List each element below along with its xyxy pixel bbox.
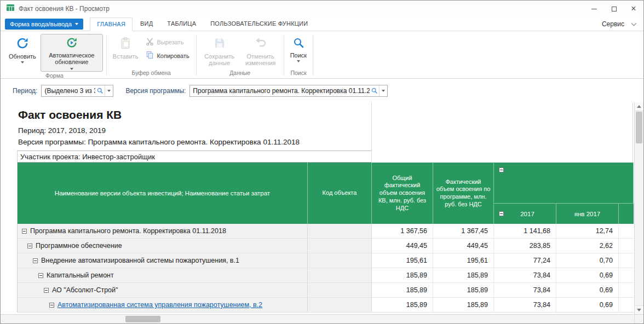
cut-label: Вырезать	[157, 39, 183, 45]
table-row[interactable]: Внедрение автоматизированной системы пож…	[18, 253, 634, 268]
table-row[interactable]: Программа капитального ремонта. Корректи…	[18, 224, 634, 239]
combo-dropdown-button[interactable]	[105, 85, 113, 96]
cell-program[interactable]: 195,61	[433, 253, 494, 268]
ribbon-collapse-chevron-icon[interactable]	[631, 20, 637, 26]
cell-year[interactable]: 73,84	[494, 268, 556, 282]
cell-total[interactable]: 185,89	[372, 298, 433, 312]
cell-program[interactable]: 185,89	[433, 298, 494, 312]
ribbon-group-clipboard: Вставить Вырезать	[108, 33, 195, 78]
row-name[interactable]: Программа капитального ремонта. Корректи…	[30, 227, 226, 235]
tab-user-functions[interactable]: ПОЛЬЗОВАТЕЛЬСКИЕ ФУНКЦИИ	[204, 18, 314, 30]
maximize-button[interactable]	[604, 1, 624, 17]
cell-year[interactable]: 73,84	[494, 298, 556, 312]
row-name[interactable]: Капитальный ремонт	[47, 271, 114, 279]
cell-year[interactable]: 77,24	[494, 253, 556, 268]
cell-month[interactable]: 0,69	[556, 283, 619, 297]
refresh-icon	[16, 37, 29, 51]
table-row[interactable]: АО "Абсолют-Строй" 185,89 185,89 73,84 0…	[18, 283, 634, 298]
cell-month[interactable]: 0,69	[556, 298, 619, 312]
filter-bar: Период: (Выделено 3 из 3) Версия програм…	[1, 79, 643, 102]
page-title: Факт освоения КВ	[18, 108, 643, 121]
column-header-year[interactable]: 2017	[494, 204, 556, 224]
cell-program[interactable]: 449,45	[433, 239, 494, 253]
cell-month[interactable]: 12,74	[556, 224, 619, 238]
scroll-up-button[interactable]	[635, 102, 643, 111]
row-code-cell[interactable]	[308, 253, 372, 268]
cell-year[interactable]: 73,84	[494, 283, 556, 297]
cell-total[interactable]: 195,61	[372, 253, 433, 268]
report-period-line: Период: 2017, 2018, 2019	[18, 126, 643, 135]
row-code-cell[interactable]	[308, 224, 372, 238]
cell-program[interactable]: 185,89	[433, 283, 494, 297]
paste-button[interactable]: Вставить	[110, 34, 141, 61]
lookup-icon[interactable]	[370, 87, 379, 94]
row-code-cell[interactable]	[308, 298, 372, 312]
collapse-icon[interactable]	[49, 303, 54, 308]
collapse-icon[interactable]	[27, 244, 32, 248]
column-header-code[interactable]: Код объекта	[308, 163, 372, 224]
cell-total[interactable]: 449,45	[372, 239, 433, 253]
cell-partial	[619, 283, 634, 297]
table-row[interactable]: Капитальный ремонт 185,89 185,89 73,84 0…	[18, 268, 634, 283]
program-version-combo[interactable]: Программа капитального ремонта. Корректи…	[189, 85, 388, 97]
cell-total[interactable]: 185,89	[372, 283, 433, 297]
vertical-scroll-thumb[interactable]	[636, 112, 642, 143]
copy-button[interactable]: Копировать	[142, 50, 192, 61]
row-code-cell[interactable]	[308, 283, 372, 297]
auto-refresh-button[interactable]: Автоматическое обновление	[41, 34, 103, 72]
cell-year[interactable]: 1 141,68	[494, 224, 556, 238]
refresh-button[interactable]: Обновить	[6, 34, 39, 65]
table-row[interactable]: Автоматизированная система управления по…	[18, 298, 634, 313]
row-name[interactable]: Внедрение автоматизированной системы пож…	[41, 257, 239, 264]
row-name[interactable]: АО "Абсолют-Строй"	[52, 286, 118, 294]
tab-glavnaya[interactable]: ГЛАВНАЯ	[90, 18, 133, 31]
minimize-button[interactable]	[584, 1, 604, 17]
column-header-program[interactable]: Фактический объем освоения по программе,…	[433, 163, 494, 224]
search-button[interactable]: Поиск	[288, 34, 309, 64]
data-grid: Наименование версии объекта инвестиций; …	[17, 163, 634, 313]
collapse-icon[interactable]	[38, 273, 43, 278]
cell-total[interactable]: 185,89	[372, 268, 433, 282]
scroll-down-button[interactable]	[635, 305, 643, 314]
cell-program[interactable]: 185,89	[433, 268, 494, 282]
close-button[interactable]	[624, 1, 643, 17]
chevron-down-icon	[107, 90, 111, 92]
horizontal-scrollbar[interactable]	[1, 314, 643, 323]
column-header-total[interactable]: Общий фактический объем освоения КВ, млн…	[372, 163, 433, 224]
row-name[interactable]: Программное обеспечение	[36, 242, 122, 250]
service-menu[interactable]: Сервис	[602, 20, 624, 28]
year-group-header[interactable]	[494, 163, 634, 204]
cut-button[interactable]: Вырезать	[142, 36, 192, 48]
column-header-name[interactable]: Наименование версии объекта инвестиций; …	[18, 163, 308, 224]
collapse-year-icon[interactable]	[499, 211, 504, 216]
collapse-group-icon[interactable]	[499, 167, 504, 172]
tab-vid[interactable]: ВИД	[134, 18, 159, 30]
cell-month[interactable]: 0,70	[556, 253, 619, 268]
cell-month[interactable]: 0,69	[556, 268, 619, 282]
cell-program[interactable]: 1 367,45	[433, 224, 494, 238]
cell-total[interactable]: 1 367,56	[372, 224, 433, 238]
cell-partial	[619, 298, 634, 312]
cut-icon	[146, 37, 154, 47]
collapse-icon[interactable]	[44, 288, 49, 293]
period-combo[interactable]: (Выделено 3 из 3)	[41, 85, 113, 97]
cell-year[interactable]: 283,85	[494, 239, 556, 253]
cell-month[interactable]: 2,62	[556, 239, 619, 253]
row-code-cell[interactable]	[308, 268, 372, 282]
collapse-icon[interactable]	[22, 229, 27, 234]
grid-header: Наименование версии объекта инвестиций; …	[18, 163, 634, 224]
column-header-month[interactable]: янв 2017	[556, 204, 619, 224]
vertical-scrollbar[interactable]	[634, 102, 643, 314]
horizontal-scroll-thumb[interactable]	[125, 316, 160, 322]
refresh-label: Обновить	[9, 53, 36, 60]
row-name-link[interactable]: Автоматизированная система управления по…	[58, 301, 262, 309]
row-code-cell[interactable]	[308, 239, 372, 253]
collapse-icon[interactable]	[33, 258, 38, 263]
tab-tablitsa[interactable]: ТАБЛИЦА	[160, 18, 203, 30]
save-data-button[interactable]: Сохранить данные	[200, 34, 239, 68]
io-form-button[interactable]: Форма ввода/вывода	[5, 19, 83, 30]
table-row[interactable]: Программное обеспечение 449,45 449,45 28…	[18, 239, 634, 253]
undo-changes-button[interactable]: Отменить изменения	[241, 34, 280, 68]
lookup-icon[interactable]	[95, 87, 105, 94]
combo-dropdown-button[interactable]	[379, 85, 387, 96]
